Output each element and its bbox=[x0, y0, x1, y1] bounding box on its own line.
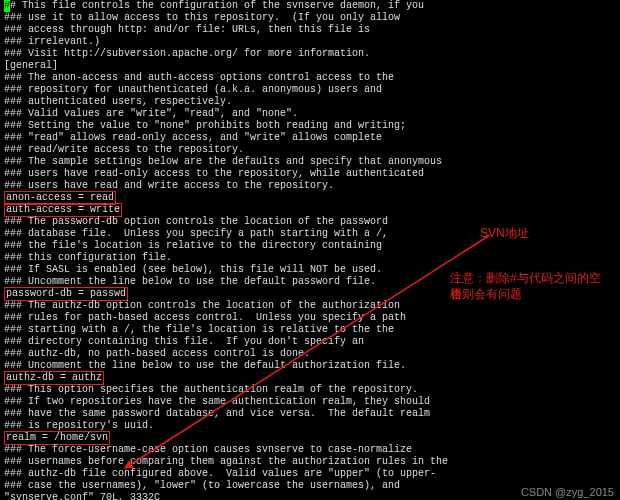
editor-line: ### the file's location is relative to t… bbox=[4, 240, 448, 252]
editor-line: ## This file controls the configuration … bbox=[4, 0, 448, 12]
editor-line: ### rules for path-based access control.… bbox=[4, 312, 448, 324]
editor-line: ### The force-username-case option cause… bbox=[4, 444, 448, 456]
editor-line: ### case the usernames), "lower" (to low… bbox=[4, 480, 448, 492]
editor-line: ### Setting the value to "none" prohibit… bbox=[4, 120, 448, 132]
editor-line: auth-access = write bbox=[4, 204, 448, 216]
annotation-svn-address: SVN地址 bbox=[480, 225, 529, 241]
highlighted-config-line: auth-access = write bbox=[4, 203, 122, 217]
editor-line: ### database file. Unless you specify a … bbox=[4, 228, 448, 240]
editor-line: ### repository for unauthenticated (a.k.… bbox=[4, 84, 448, 96]
editor-line: ### users have read-only access to the r… bbox=[4, 168, 448, 180]
editor-line: ### authenticated users, respectively. bbox=[4, 96, 448, 108]
editor-line: ### usernames before comparing them agai… bbox=[4, 456, 448, 468]
editor-line: ### directory containing this file. If y… bbox=[4, 336, 448, 348]
vim-status-line: "svnserve.conf" 70L, 3332C bbox=[4, 492, 448, 500]
editor-line: ### The password-db option controls the … bbox=[4, 216, 448, 228]
editor-line: ### authz-db, no path-based access contr… bbox=[4, 348, 448, 360]
editor-line: realm = /home/svn bbox=[4, 432, 448, 444]
terminal-editor[interactable]: ## This file controls the configuration … bbox=[4, 0, 448, 500]
editor-line: ### irrelevant.) bbox=[4, 36, 448, 48]
editor-line: ### starting with a /, the file's locati… bbox=[4, 324, 448, 336]
editor-line: ### use it to allow access to this repos… bbox=[4, 12, 448, 24]
editor-line: ### access through http: and/or file: UR… bbox=[4, 24, 448, 36]
editor-line: ### This option specifies the authentica… bbox=[4, 384, 448, 396]
editor-line: ### "read" allows read-only access, and … bbox=[4, 132, 448, 144]
editor-line: ### authz-db file configured above. Vali… bbox=[4, 468, 448, 480]
highlighted-config-line: realm = /home/svn bbox=[4, 431, 110, 445]
editor-line: [general] bbox=[4, 60, 448, 72]
editor-line: ### The authz-db option controls the loc… bbox=[4, 300, 448, 312]
highlighted-config-line: authz-db = authz bbox=[4, 371, 104, 385]
annotation-note-line2: 否则会有问题 bbox=[450, 286, 522, 302]
editor-line: ### The anon-access and auth-access opti… bbox=[4, 72, 448, 84]
editor-line: ### If SASL is enabled (see below), this… bbox=[4, 264, 448, 276]
watermark-text: CSDN @zyg_2015 bbox=[521, 486, 614, 498]
editor-line: ### Valid values are "write", "read", an… bbox=[4, 108, 448, 120]
highlighted-config-line: password-db = passwd bbox=[4, 287, 128, 301]
editor-line: ### have the same password database, and… bbox=[4, 408, 448, 420]
editor-line: ### read/write access to the repository. bbox=[4, 144, 448, 156]
editor-line: password-db = passwd bbox=[4, 288, 448, 300]
editor-line: ### The sample settings below are the de… bbox=[4, 156, 448, 168]
editor-line: ### Visit http://subversion.apache.org/ … bbox=[4, 48, 448, 60]
editor-line: authz-db = authz bbox=[4, 372, 448, 384]
cursor: # bbox=[4, 0, 10, 12]
editor-line: ### If two repositories have the same au… bbox=[4, 396, 448, 408]
editor-line: ### this configuration file. bbox=[4, 252, 448, 264]
